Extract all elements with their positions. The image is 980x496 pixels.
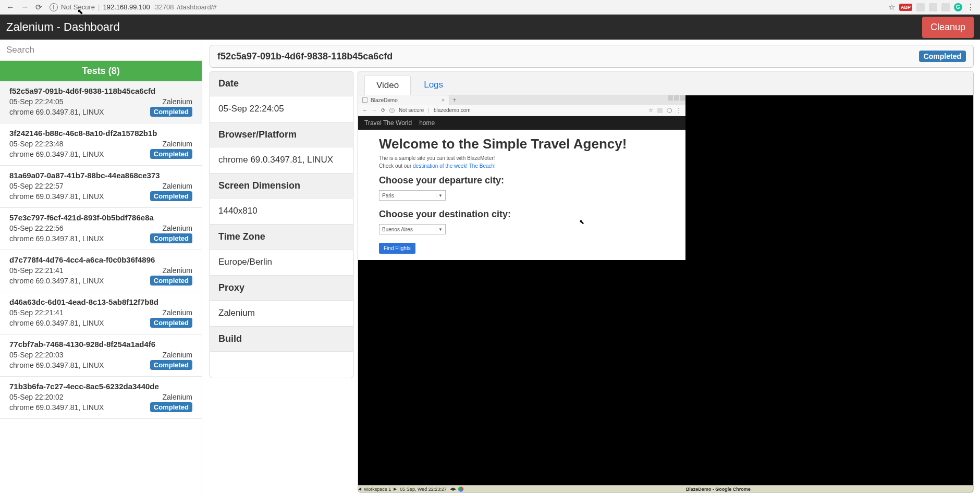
test-id: 81a69a07-0a87-41b7-88bc-44ea868ce373 <box>9 171 192 180</box>
maximize-icon <box>674 95 679 101</box>
chrome-menu-icon: ⋮ <box>676 107 681 113</box>
test-id: d46a63dc-6d01-4ead-8c13-5ab8f12f7b8d <box>9 297 192 306</box>
url-host: 192.168.99.100 <box>103 3 150 11</box>
test-time: 05-Sep 22:21:41 <box>9 266 64 275</box>
test-time: 05-Sep 22:20:03 <box>9 351 64 359</box>
extension-icon[interactable] <box>916 3 925 11</box>
url-divider: | <box>98 3 100 11</box>
minimize-icon <box>668 95 673 101</box>
taskbar-time: 05 Sep, Wed 22:23:27 <box>397 487 449 492</box>
cursor-icon: ⬉ <box>579 218 584 226</box>
metadata-table: Date 05-Sep 22:24:05 Browser/Platform ch… <box>210 71 353 378</box>
session-extension-icon <box>657 108 663 113</box>
search-input[interactable] <box>0 40 202 61</box>
back-icon[interactable]: ← <box>6 3 15 12</box>
test-time: 05-Sep 22:22:56 <box>9 224 64 232</box>
reload-icon: ⟳ <box>381 107 385 113</box>
meta-proxy-label: Proxy <box>210 276 353 301</box>
meta-timezone-label: Time Zone <box>210 225 353 250</box>
bookmark-star-icon[interactable]: ☆ <box>888 3 895 12</box>
session-recording: BlazeDemo × + ← → <box>358 95 685 260</box>
session-page-body: Welcome to the Simple Travel Agency! The… <box>358 130 685 260</box>
session-tab-title: BlazeDemo <box>371 97 398 103</box>
favicon-icon <box>362 97 368 103</box>
url-bar[interactable]: i Not Secure | 192.168.99.100:32708/dash… <box>45 2 886 13</box>
test-proxy: Zalenium <box>162 308 192 317</box>
grammarly-extension-icon[interactable]: G <box>954 3 962 11</box>
test-proxy: Zalenium <box>162 393 192 401</box>
meta-proxy-value: Zalenium <box>210 301 353 327</box>
test-time: 05-Sep 22:23:48 <box>9 140 64 148</box>
session-sub2-prefix: Check out our <box>379 163 413 169</box>
test-browser: chrome 69.0.3497.81, LINUX <box>9 277 104 285</box>
test-proxy: Zalenium <box>162 351 192 359</box>
test-item[interactable]: 71b3b6fa-7c27-4ecc-8ac5-6232da3440de 05-… <box>0 377 202 419</box>
session-url: blazedemo.com <box>434 107 471 113</box>
session-subtext: The is a sample site you can test with B… <box>379 155 665 161</box>
departure-select: Paris ▼ <box>379 190 446 201</box>
tab-video[interactable]: Video <box>364 75 411 95</box>
test-proxy: Zalenium <box>162 182 192 190</box>
chevron-down-icon: ▼ <box>436 193 443 198</box>
reload-icon[interactable]: ⟳ <box>35 3 42 12</box>
session-heading: Welcome to the Simple Travel Agency! <box>379 136 665 152</box>
detail-header: f52c5a97-091b-4d6f-9838-118b45ca6cfd Com… <box>210 45 974 68</box>
destination-label: Choose your destination city: <box>379 209 665 220</box>
test-browser: chrome 69.0.3497.81, LINUX <box>9 234 104 243</box>
back-icon: ← <box>362 107 368 113</box>
test-proxy: Zalenium <box>162 266 192 275</box>
test-proxy: Zalenium <box>162 224 192 232</box>
test-id: 77cbf7ab-7468-4130-928d-8f254a1ad4f6 <box>9 340 192 349</box>
session-browser-tab: BlazeDemo × <box>358 95 449 105</box>
test-item[interactable]: d46a63dc-6d01-4ead-8c13-5ab8f12f7b8d 05-… <box>0 292 202 334</box>
departure-value: Paris <box>382 193 394 199</box>
meta-date-value: 05-Sep 22:24:05 <box>210 96 353 122</box>
meta-date-label: Date <box>210 71 353 96</box>
window-controls <box>668 95 685 101</box>
session-tab-bar: BlazeDemo × + <box>358 95 685 105</box>
test-item[interactable]: 77cbf7ab-7468-4130-928d-8f254a1ad4f6 05-… <box>0 334 202 377</box>
test-item[interactable]: 3f242146-b88c-46c8-8a10-df2a15782b1b 05-… <box>0 123 202 166</box>
extension-icon[interactable] <box>941 3 950 11</box>
meta-screen-label: Screen Dimension <box>210 173 353 199</box>
test-time: 05-Sep 22:22:57 <box>9 182 64 190</box>
info-icon: i <box>389 108 395 113</box>
url-port: :32708 <box>153 3 174 11</box>
test-item[interactable]: f52c5a97-091b-4d6f-9838-118b45ca6cfd ⬉ 0… <box>0 81 202 123</box>
media-panel: Video Logs BlazeDemo × + <box>358 71 974 493</box>
taskbar-right-icon2: ▶ <box>453 487 456 491</box>
video-viewport[interactable]: BlazeDemo × + ← → <box>358 95 973 492</box>
chrome-menu-icon[interactable]: ⋮ <box>966 2 975 12</box>
test-browser: chrome 69.0.3497.81, LINUX <box>9 319 104 327</box>
session-destination-link: destination of the week! The Beach! <box>413 163 496 169</box>
find-flights-button: Find Flights <box>379 243 415 254</box>
status-badge: Completed <box>150 318 192 328</box>
adblock-extension-icon[interactable]: ABP <box>899 4 912 11</box>
meta-browser-value: chrome 69.0.3497.81, LINUX <box>210 147 353 173</box>
test-item[interactable]: 57e3c797-f6cf-421d-893f-0b5bdf786e8a 05-… <box>0 208 202 250</box>
session-url-bar: ← → ⟳ i Not secure | blazedemo.com ☆ ⋮ <box>358 105 685 116</box>
test-item[interactable]: d7c778f4-4d76-4cc4-a6ca-f0c0b36f4896 05-… <box>0 250 202 292</box>
extension-icon[interactable] <box>929 3 937 11</box>
test-browser: chrome 69.0.3497.81, LINUX <box>9 361 104 369</box>
content-area: f52c5a97-091b-4d6f-9838-118b45ca6cfd Com… <box>202 40 980 496</box>
session-taskbar: ◀ Workspace 1 ▶ 05 Sep, Wed 22:23:27 ◀ ▶… <box>358 485 973 492</box>
session-site-nav: Travel The World home <box>358 116 685 130</box>
info-icon[interactable]: i <box>50 3 58 11</box>
workspace-label: Workspace 1 <box>361 487 394 492</box>
test-proxy: Zalenium <box>162 97 192 106</box>
close-window-icon <box>680 95 685 101</box>
close-icon: × <box>442 97 445 103</box>
test-item[interactable]: 81a69a07-0a87-41b7-88bc-44ea868ce373 05-… <box>0 166 202 208</box>
meta-browser-label: Browser/Platform <box>210 122 353 147</box>
meta-screen-value: 1440x810 <box>210 199 353 225</box>
tab-logs[interactable]: Logs <box>412 75 455 95</box>
app-header: Zalenium - Dashboard Cleanup <box>0 15 980 40</box>
departure-label: Choose your departure city: <box>379 175 665 186</box>
nav-travel: Travel The World <box>364 119 412 127</box>
detail-test-id: f52c5a97-091b-4d6f-9838-118b45ca6cfd <box>217 51 393 62</box>
url-path: /dashboard/# <box>177 3 217 11</box>
tests-count-header: Tests (8) <box>0 61 202 81</box>
cleanup-button[interactable]: Cleanup <box>922 17 974 38</box>
status-badge: Completed <box>150 191 192 201</box>
